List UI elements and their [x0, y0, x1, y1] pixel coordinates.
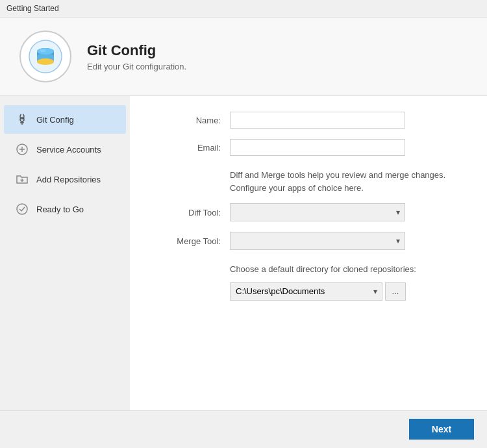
svg-point-7: [40, 49, 46, 52]
email-input[interactable]: [230, 139, 405, 156]
hero-text: Git Config Edit your Git configuration.: [87, 42, 186, 71]
git-icon: [14, 112, 30, 127]
email-label: Email:: [156, 143, 221, 153]
email-row: Email:: [156, 139, 461, 156]
content-area: Git Config Service Accounts: [0, 96, 487, 410]
merge-tool-label: Merge Tool:: [156, 236, 221, 246]
dir-label: Choose a default directory for cloned re…: [230, 263, 461, 276]
name-input[interactable]: [230, 112, 405, 129]
merge-tool-select[interactable]: [230, 232, 405, 250]
title-bar-label: Getting Started: [6, 4, 59, 13]
sidebar-item-service-accounts-label: Service Accounts: [36, 145, 101, 155]
plus-circle-icon: [14, 142, 30, 157]
helper-text: Diff and Merge tools help you review and…: [156, 169, 461, 194]
dir-section: Choose a default directory for cloned re…: [156, 263, 461, 301]
git-config-icon: [29, 40, 62, 73]
dir-row: C:\Users\pc\Documents ...: [230, 282, 461, 301]
name-label: Name:: [156, 116, 221, 125]
form-panel: Name: Email: Diff and Merge tools help y…: [130, 96, 487, 410]
name-row: Name:: [156, 112, 461, 129]
sidebar-item-git-config-label: Git Config: [36, 115, 74, 125]
sidebar-item-add-repositories-label: Add Repositories: [36, 175, 101, 184]
hero-subtitle: Edit your Git configuration.: [87, 62, 186, 71]
dir-select-wrapper: C:\Users\pc\Documents: [230, 282, 382, 301]
folder-plus-icon: [14, 171, 30, 187]
sidebar-item-add-repositories[interactable]: Add Repositories: [4, 165, 126, 193]
hero-icon: [19, 31, 71, 82]
dir-select[interactable]: C:\Users\pc\Documents: [230, 282, 382, 301]
merge-tool-select-wrapper: [230, 232, 405, 250]
diff-tool-row: Diff Tool:: [156, 203, 461, 221]
merge-tool-row: Merge Tool:: [156, 232, 461, 250]
hero-title: Git Config: [87, 42, 186, 59]
svg-point-5: [37, 58, 54, 65]
svg-point-8: [20, 118, 24, 121]
sidebar-item-service-accounts[interactable]: Service Accounts: [4, 135, 126, 164]
sidebar-item-git-config[interactable]: Git Config: [4, 105, 126, 134]
hero-section: Git Config Edit your Git configuration.: [0, 18, 487, 96]
browse-button[interactable]: ...: [385, 282, 406, 301]
svg-point-10: [17, 204, 27, 214]
diff-tool-select-wrapper: [230, 203, 405, 221]
next-button[interactable]: Next: [409, 419, 474, 440]
diff-tool-label: Diff Tool:: [156, 208, 221, 218]
sidebar-item-ready-to-go[interactable]: Ready to Go: [4, 195, 126, 223]
sidebar: Git Config Service Accounts: [0, 96, 130, 410]
main-container: Git Config Edit your Git configuration. …: [0, 18, 487, 447]
diff-tool-select[interactable]: [230, 203, 405, 221]
check-icon: [14, 201, 30, 217]
sidebar-item-ready-to-go-label: Ready to Go: [36, 205, 84, 214]
footer: Next: [0, 410, 487, 447]
title-bar: Getting Started: [0, 0, 487, 18]
